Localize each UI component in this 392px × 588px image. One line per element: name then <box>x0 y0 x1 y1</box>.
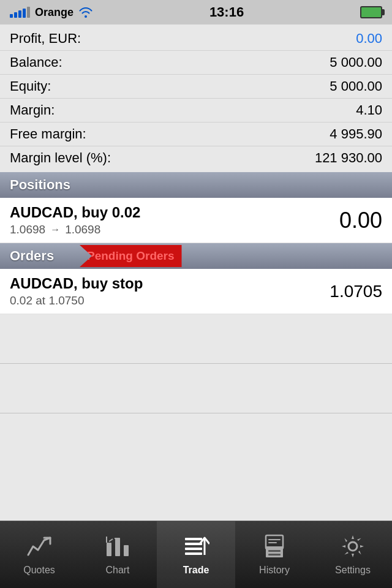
svg-rect-15 <box>268 539 281 540</box>
carrier-name: Orange <box>35 6 74 19</box>
pending-orders-arrow: Pending Orders <box>80 245 182 267</box>
svg-rect-1 <box>115 538 120 556</box>
tab-trade-label: Trade <box>183 565 209 576</box>
tab-trade[interactable]: Trade <box>157 521 235 588</box>
battery-icon <box>360 6 382 18</box>
tab-history-label: History <box>259 565 290 576</box>
account-info: Profit, EUR: 0.00 Balance: 5 000.00 Equi… <box>0 24 392 172</box>
svg-rect-14 <box>268 554 281 556</box>
equity-row: Equity: 5 000.00 <box>0 75 392 99</box>
free-margin-value: 4 995.90 <box>330 126 382 142</box>
balance-label: Balance: <box>10 55 62 70</box>
profit-row: Profit, EUR: 0.00 <box>0 27 392 51</box>
orders-section: AUDCAD, buy stop 0.02 at 1.0750 1.0705 <box>0 269 392 314</box>
svg-rect-13 <box>268 550 281 552</box>
tab-history[interactable]: History <box>235 521 314 588</box>
positions-section: AUDCAD, buy 0.02 1.0698 → 1.0698 0.00 <box>0 198 392 243</box>
position-title: AUDCAD, buy 0.02 <box>10 204 140 221</box>
signal-bar-5 <box>27 7 30 18</box>
settings-icon <box>338 532 368 561</box>
margin-level-label: Margin level (%): <box>10 150 111 166</box>
equity-value: 5 000.00 <box>330 78 382 94</box>
status-bar: Orange 13:16 <box>0 0 392 24</box>
arrow-right-icon: → <box>50 224 60 235</box>
signal-bar-1 <box>10 14 13 18</box>
svg-rect-6 <box>185 538 202 540</box>
svg-rect-8 <box>185 548 202 550</box>
order-value: 1.0705 <box>330 282 382 301</box>
profit-value: 0.00 <box>356 31 382 47</box>
signal-bar-4 <box>23 9 26 18</box>
svg-rect-16 <box>268 542 277 543</box>
history-icon <box>260 532 289 561</box>
profit-label: Profit, EUR: <box>10 31 81 47</box>
positions-header: Positions <box>0 172 392 198</box>
tab-settings-label: Settings <box>335 565 371 576</box>
tab-chart-label: Chart <box>105 565 129 576</box>
order-left: AUDCAD, buy stop 0.02 at 1.0750 <box>10 275 143 307</box>
position-subtitle: 1.0698 → 1.0698 <box>10 223 140 236</box>
position-row[interactable]: AUDCAD, buy 0.02 1.0698 → 1.0698 0.00 <box>0 198 392 243</box>
position-value: 0.00 <box>339 208 382 233</box>
free-margin-row: Free margin: 4 995.90 <box>0 123 392 146</box>
tab-quotes-label: Quotes <box>23 565 55 576</box>
margin-level-row: Margin level (%): 121 930.00 <box>0 146 392 170</box>
svg-rect-0 <box>107 543 111 556</box>
orders-header-text: Orders <box>10 248 54 264</box>
divider-1 <box>0 363 392 364</box>
divider-2 <box>0 413 392 413</box>
orders-header: Orders Pending Orders <box>0 243 392 269</box>
tab-chart[interactable]: Chart <box>78 521 157 588</box>
svg-point-17 <box>349 542 357 551</box>
pending-orders-body: Pending Orders <box>80 245 182 267</box>
tab-bar: Quotes Chart <box>0 521 392 588</box>
status-right <box>360 6 382 18</box>
margin-level-value: 121 930.00 <box>315 150 382 166</box>
equity-label: Equity: <box>10 78 51 94</box>
status-left: Orange <box>10 6 93 19</box>
balance-row: Balance: 5 000.00 <box>0 51 392 75</box>
order-row[interactable]: AUDCAD, buy stop 0.02 at 1.0750 1.0705 <box>0 269 392 314</box>
free-margin-label: Free margin: <box>10 126 86 142</box>
tab-settings[interactable]: Settings <box>314 521 392 588</box>
signal-bars <box>10 7 30 18</box>
order-subtitle: 0.02 at 1.0750 <box>10 294 143 307</box>
tab-quotes[interactable]: Quotes <box>0 521 78 588</box>
wifi-icon <box>78 7 93 18</box>
signal-bar-3 <box>18 10 21 18</box>
position-to: 1.0698 <box>65 223 100 236</box>
svg-rect-2 <box>124 545 129 556</box>
svg-rect-9 <box>185 552 202 555</box>
margin-label: Margin: <box>10 102 55 118</box>
order-title: AUDCAD, buy stop <box>10 275 143 292</box>
margin-value: 4.10 <box>356 102 382 118</box>
balance-value: 5 000.00 <box>330 55 382 70</box>
quotes-icon <box>24 532 54 561</box>
signal-bar-2 <box>14 12 17 18</box>
pending-orders-label: Pending Orders <box>87 249 175 263</box>
margin-row: Margin: 4.10 <box>0 99 392 123</box>
status-time: 13:16 <box>209 4 244 20</box>
chart-icon <box>103 532 132 561</box>
empty-space <box>0 363 392 545</box>
trade-icon <box>181 532 211 561</box>
position-from: 1.0698 <box>10 223 45 236</box>
position-left: AUDCAD, buy 0.02 1.0698 → 1.0698 <box>10 204 140 236</box>
svg-line-4 <box>109 539 113 541</box>
